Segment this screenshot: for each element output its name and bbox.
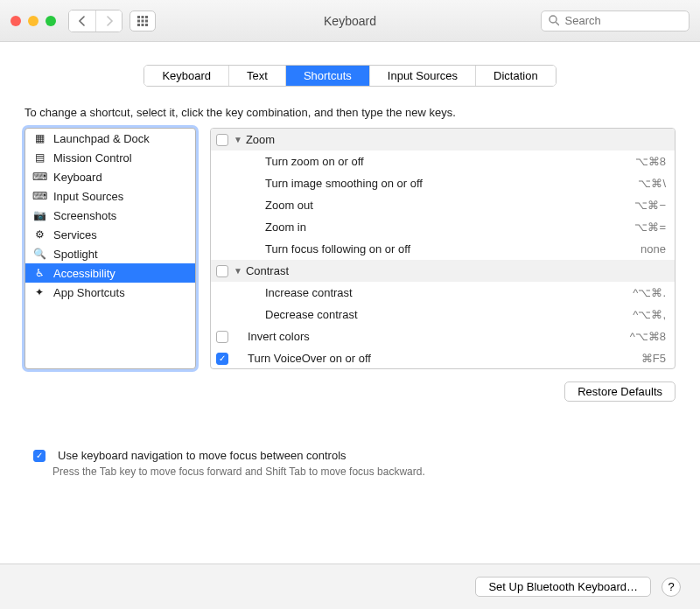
shortcut-key[interactable]: ⌥⌘− bbox=[634, 199, 666, 212]
tab-text[interactable]: Text bbox=[228, 66, 285, 86]
shortcut-key[interactable]: ^⌥⌘, bbox=[633, 308, 666, 321]
category-mission-control[interactable]: ▤Mission Control bbox=[25, 148, 195, 167]
shortcut-label: Decrease contrast bbox=[216, 308, 633, 321]
shortcut-label: Increase contrast bbox=[216, 286, 633, 299]
category-input-sources[interactable]: ⌨︎Input Sources bbox=[25, 186, 195, 206]
back-button[interactable] bbox=[69, 10, 95, 32]
services-icon: ⚙︎ bbox=[32, 228, 46, 242]
disclosure-triangle-icon[interactable]: ▼ bbox=[234, 266, 242, 276]
shortcut-group-contrast[interactable]: ▼Contrast bbox=[211, 260, 675, 282]
svg-rect-3 bbox=[137, 19, 140, 22]
nav-buttons bbox=[68, 10, 122, 32]
keyboard-nav-checkbox[interactable] bbox=[33, 450, 46, 462]
category-app-shortcuts[interactable]: ✦App Shortcuts bbox=[25, 283, 195, 302]
shortcut-checkbox[interactable] bbox=[216, 331, 228, 343]
launchpad-icon: ▦ bbox=[32, 131, 46, 145]
shortcut-row[interactable]: Decrease contrast^⌥⌘, bbox=[211, 304, 675, 326]
category-keyboard[interactable]: ⌨︎Keyboard bbox=[25, 167, 195, 186]
shortcut-label: Zoom in bbox=[216, 220, 634, 234]
screenshots-icon: 📷 bbox=[32, 208, 46, 222]
spotlight-icon: 🔍 bbox=[32, 247, 46, 261]
shortcut-row[interactable]: Zoom out⌥⌘− bbox=[211, 194, 675, 216]
accessibility-icon: ♿︎ bbox=[32, 266, 46, 280]
titlebar: Keyboard bbox=[0, 0, 700, 42]
svg-rect-2 bbox=[145, 16, 148, 18]
shortcut-row[interactable]: Increase contrast^⌥⌘. bbox=[211, 282, 675, 304]
shortcut-key[interactable]: ⌥⌘= bbox=[634, 220, 666, 234]
disclosure-triangle-icon[interactable]: ▼ bbox=[234, 135, 242, 144]
help-button[interactable]: ? bbox=[662, 578, 681, 597]
keyboard-nav-label: Use keyboard navigation to move focus be… bbox=[58, 449, 346, 462]
shortcut-row[interactable]: Turn focus following on or offnone bbox=[211, 238, 675, 260]
category-label: App Shortcuts bbox=[53, 286, 125, 299]
tab-keyboard[interactable]: Keyboard bbox=[144, 66, 228, 86]
svg-rect-4 bbox=[142, 19, 144, 22]
shortcut-key[interactable]: ^⌥⌘. bbox=[633, 286, 666, 299]
svg-rect-0 bbox=[137, 16, 140, 18]
shortcut-row[interactable]: Turn VoiceOver on or off⌘F5 bbox=[211, 347, 675, 369]
group-label: Contrast bbox=[246, 264, 666, 277]
tab-dictation[interactable]: Dictation bbox=[475, 66, 556, 86]
category-label: Spotlight bbox=[53, 248, 98, 261]
category-services[interactable]: ⚙︎Services bbox=[25, 225, 195, 244]
category-label: Accessibility bbox=[53, 267, 116, 280]
category-launchpad-dock[interactable]: ▦Launchpad & Dock bbox=[25, 129, 195, 148]
mission-control-icon: ▤ bbox=[32, 150, 46, 164]
shortcut-checkbox[interactable] bbox=[216, 353, 228, 365]
svg-rect-7 bbox=[142, 24, 144, 26]
category-accessibility[interactable]: ♿︎Accessibility bbox=[25, 263, 195, 283]
keyboard-nav-row: Use keyboard navigation to move focus be… bbox=[33, 449, 676, 462]
input-sources-icon: ⌨︎ bbox=[32, 189, 46, 203]
shortcut-label: Invert colors bbox=[248, 330, 630, 343]
shortcut-row[interactable]: Zoom in⌥⌘= bbox=[211, 216, 675, 238]
tab-shortcuts[interactable]: Shortcuts bbox=[285, 66, 369, 86]
category-screenshots[interactable]: 📷Screenshots bbox=[25, 206, 195, 225]
shortcut-key[interactable]: none bbox=[640, 242, 666, 256]
shortcut-row[interactable]: Turn image smoothing on or off⌥⌘\ bbox=[211, 172, 675, 194]
category-spotlight[interactable]: 🔍Spotlight bbox=[25, 244, 195, 263]
search-field[interactable] bbox=[541, 10, 690, 32]
group-checkbox[interactable] bbox=[216, 134, 228, 146]
svg-rect-1 bbox=[142, 16, 144, 18]
category-label: Keyboard bbox=[53, 171, 102, 184]
shortcut-label: Turn focus following on or off bbox=[216, 242, 640, 256]
shortcut-list[interactable]: ▼ZoomTurn zoom on or off⌥⌘8Turn image sm… bbox=[210, 128, 676, 369]
category-label: Services bbox=[53, 228, 97, 242]
grid-icon bbox=[136, 15, 149, 27]
search-icon bbox=[549, 15, 559, 26]
shortcut-group-zoom[interactable]: ▼Zoom bbox=[211, 129, 675, 150]
category-list[interactable]: ▦Launchpad & Dock▤Mission Control⌨︎Keybo… bbox=[24, 128, 196, 369]
shortcut-key[interactable]: ⌥⌘\ bbox=[638, 177, 666, 190]
minimize-window-button[interactable] bbox=[28, 16, 38, 26]
forward-button[interactable] bbox=[95, 10, 122, 32]
group-label: Zoom bbox=[246, 133, 666, 146]
group-checkbox[interactable] bbox=[216, 265, 228, 277]
app-shortcuts-icon: ✦ bbox=[32, 285, 46, 299]
zoom-window-button[interactable] bbox=[46, 16, 56, 26]
category-label: Mission Control bbox=[53, 151, 132, 164]
chevron-right-icon bbox=[105, 16, 114, 26]
restore-defaults-button[interactable]: Restore Defaults bbox=[564, 382, 676, 402]
chevron-left-icon bbox=[78, 16, 87, 26]
shortcut-row[interactable]: Invert colors^⌥⌘8 bbox=[211, 326, 675, 347]
tabs: KeyboardTextShortcutsInput SourcesDictat… bbox=[0, 65, 700, 87]
shortcut-key[interactable]: ⌥⌘8 bbox=[635, 155, 666, 168]
svg-rect-8 bbox=[145, 24, 148, 26]
show-all-button[interactable] bbox=[130, 10, 156, 32]
instruction-text: To change a shortcut, select it, click t… bbox=[24, 106, 676, 119]
keyboard-nav-hint: Press the Tab key to move focus forward … bbox=[52, 466, 676, 478]
keyboard-icon: ⌨︎ bbox=[32, 170, 46, 184]
close-window-button[interactable] bbox=[10, 16, 21, 26]
search-input[interactable] bbox=[564, 13, 682, 28]
shortcut-row[interactable]: Turn zoom on or off⌥⌘8 bbox=[211, 150, 675, 172]
svg-rect-6 bbox=[137, 24, 140, 26]
bluetooth-keyboard-button[interactable]: Set Up Bluetooth Keyboard… bbox=[475, 577, 651, 597]
category-label: Launchpad & Dock bbox=[53, 132, 150, 145]
category-label: Input Sources bbox=[53, 190, 123, 203]
shortcut-key[interactable]: ^⌥⌘8 bbox=[630, 330, 666, 343]
tab-input-sources[interactable]: Input Sources bbox=[369, 66, 475, 86]
svg-rect-5 bbox=[145, 19, 148, 22]
category-label: Screenshots bbox=[53, 209, 116, 222]
content-area: To change a shortcut, select it, click t… bbox=[0, 87, 700, 478]
shortcut-key[interactable]: ⌘F5 bbox=[641, 352, 666, 365]
